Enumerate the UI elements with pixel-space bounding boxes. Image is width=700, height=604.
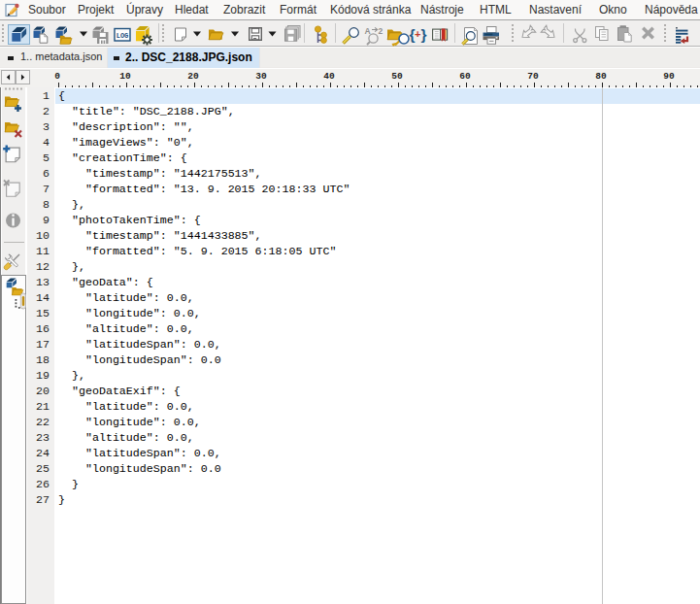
svg-text:0: 0: [54, 71, 60, 82]
svg-text:90: 90: [663, 71, 675, 82]
svg-text:10: 10: [119, 71, 131, 82]
svg-text:}: }: [421, 26, 427, 43]
svg-text:A: A: [365, 26, 371, 36]
svg-text:+: +: [415, 28, 420, 40]
svg-text:70: 70: [527, 71, 539, 82]
svg-text:20: 20: [187, 71, 199, 82]
svg-text:80: 80: [595, 71, 607, 82]
svg-text:LOG: LOG: [117, 32, 129, 40]
svg-text:50: 50: [391, 71, 403, 82]
svg-text:30: 30: [255, 71, 267, 82]
svg-text:2: 2: [379, 26, 383, 36]
svg-text:60: 60: [459, 71, 471, 82]
svg-text:40: 40: [323, 71, 335, 82]
